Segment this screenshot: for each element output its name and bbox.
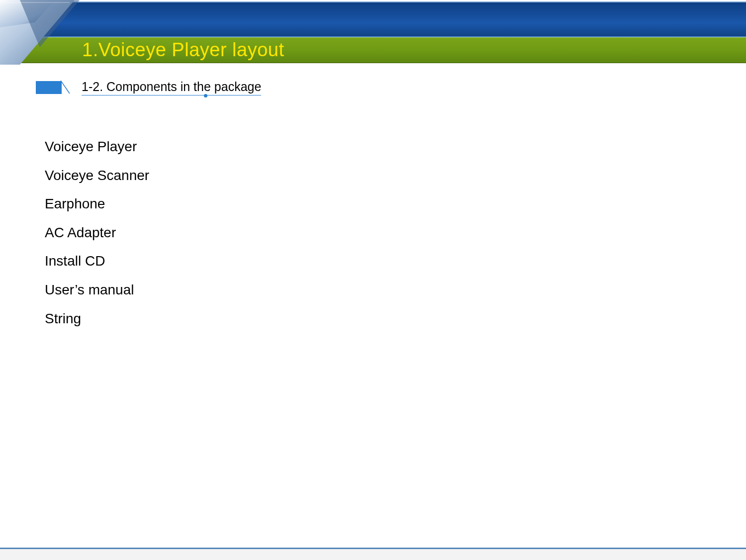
list-item: AC Adapter — [45, 224, 149, 241]
list-item: Voiceye Player — [45, 138, 149, 155]
subtitle-text: 1-2. Components in the package — [82, 80, 261, 95]
slide-title: 1.Voiceye Player layout — [82, 39, 284, 61]
list-item: Install CD — [45, 253, 149, 270]
subtitle-dot-icon — [204, 94, 207, 97]
list-item: Voiceye Scanner — [45, 167, 149, 184]
slide: 1.Voiceye Player layout — [0, 0, 746, 560]
subtitle-label: 1-2. Components in the package — [82, 80, 261, 93]
list-item: String — [45, 310, 149, 327]
subtitle-bullet-icon — [36, 81, 62, 94]
subtitle-connector-icon — [61, 80, 73, 95]
list-item: Earphone — [45, 195, 149, 212]
component-list: Voiceye Player Voiceye Scanner Earphone … — [45, 138, 149, 339]
top-banner — [0, 1, 746, 37]
bottom-margin — [0, 549, 746, 560]
title-bar: 1.Voiceye Player layout — [0, 37, 746, 63]
subtitle-row: 1-2. Components in the package — [36, 80, 261, 95]
list-item: User’s manual — [45, 281, 149, 298]
svg-line-4 — [61, 81, 70, 93]
